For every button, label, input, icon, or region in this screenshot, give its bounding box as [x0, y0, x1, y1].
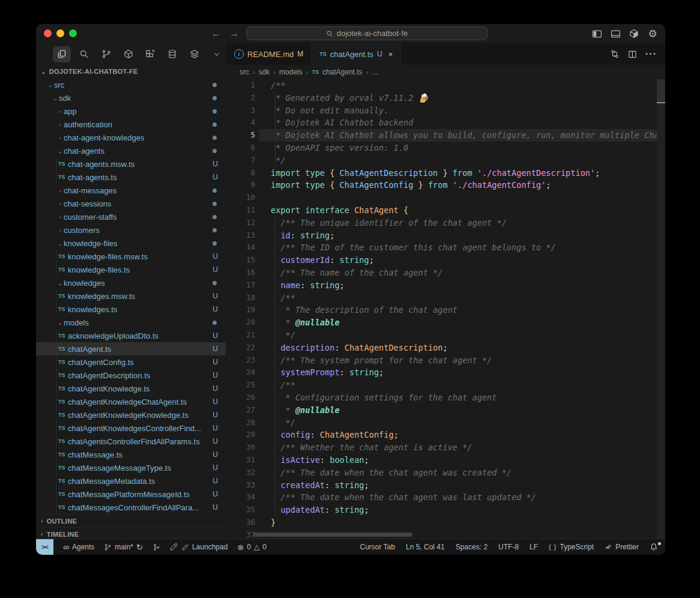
code-line-26[interactable]: 26 * Configuration settings for the chat… — [226, 391, 665, 404]
code-line-33[interactable]: 33 createdAt: string; — [226, 479, 665, 492]
tree-item-knowledges[interactable]: ⌄knowledges — [36, 276, 226, 289]
tree-item-src[interactable]: ⌄src — [36, 78, 226, 91]
maximize-window-button[interactable] — [69, 29, 77, 37]
tree-item-customer-staffs[interactable]: ›customer-staffs — [36, 210, 226, 223]
code-line-8[interactable]: 8import type { ChatAgentDescription } fr… — [226, 167, 665, 180]
tree-item-app[interactable]: ›app — [36, 104, 226, 118]
code-line-36[interactable]: 36} — [226, 516, 665, 529]
notifications-status-item[interactable] — [645, 543, 660, 551]
tree-item-knowledge-files.ts[interactable]: TSknowledge-files.tsU — [36, 263, 226, 276]
breadcrumb-item[interactable]: src — [240, 68, 249, 76]
source-control-icon[interactable] — [97, 46, 115, 62]
breadcrumb-item[interactable]: ... — [372, 68, 378, 76]
tree-item-chatAgentConfig.ts[interactable]: TSchatAgentConfig.tsU — [36, 355, 226, 369]
code-line-14[interactable]: 14 /** The ID of the customer this chat … — [226, 241, 665, 254]
tree-item-chatAgentKnowledgeKnowledge.ts[interactable]: TSchatAgentKnowledgeKnowledge.tsU — [36, 408, 226, 421]
command-center-search[interactable]: dojotek-ai-chatbot-fe — [246, 26, 487, 40]
tree-item-authentication[interactable]: ›authentication — [36, 118, 226, 131]
tree-item-chat-agent-knowledges[interactable]: ›chat-agent-knowledges — [36, 131, 226, 144]
search-icon[interactable] — [75, 46, 93, 62]
code-line-23[interactable]: 23 /** The system prompt for the chat ag… — [226, 354, 665, 367]
tree-item-chatMessage.ts[interactable]: TSchatMessage.tsU — [36, 448, 226, 461]
tree-item-chat-messages[interactable]: ›chat-messages — [36, 184, 226, 197]
extensions-icon[interactable] — [142, 46, 160, 62]
breadcrumb-item[interactable]: sdk — [259, 68, 270, 76]
code-line-15[interactable]: 15 customerId: string; — [226, 254, 665, 267]
code-line-6[interactable]: 6 * OpenAPI spec version: 1.0 — [226, 142, 665, 154]
open-changes-icon[interactable] — [610, 49, 620, 59]
code-line-17[interactable]: 17 name: string; — [226, 279, 665, 292]
formatter-status-item[interactable]: ✓✓ Prettier — [600, 543, 643, 551]
tree-item-acknowledgeUploadDto.ts[interactable]: TSacknowledgeUploadDto.tsU — [36, 329, 226, 342]
tree-item-knowledge-files.msw.ts[interactable]: TSknowledge-files.msw.tsU — [36, 250, 226, 263]
breadcrumb-item[interactable]: models — [279, 68, 303, 76]
panel-left-icon[interactable] — [590, 27, 603, 40]
code-line-10[interactable]: 10 — [226, 192, 665, 204]
code-line-19[interactable]: 19 * The description of the chat agent — [226, 304, 665, 316]
tree-item-chatAgent.ts[interactable]: TSchatAgent.tsU — [36, 342, 226, 355]
tree-item-knowledges.ts[interactable]: TSknowledges.tsU — [36, 303, 226, 316]
code-line-3[interactable]: 3 * Do not edit manually. — [226, 104, 665, 117]
vertical-scrollbar[interactable] — [657, 79, 665, 539]
indentation-status-item[interactable]: Spaces: 2 — [451, 543, 492, 551]
cube-icon[interactable] — [627, 27, 641, 40]
tab-chatagent[interactable]: TS chatAgent.ts U × — [312, 43, 401, 65]
cube-icon[interactable] — [119, 46, 137, 62]
code-line-28[interactable]: 28 */ — [226, 417, 665, 429]
tree-item-chatAgentKnowledgeChatAgent.ts[interactable]: TSchatAgentKnowledgeChatAgent.tsU — [36, 395, 226, 408]
code-line-24[interactable]: 24 systemPrompt: string; — [226, 366, 665, 379]
close-icon[interactable]: × — [388, 50, 393, 59]
tree-item-chatMessageMessageType.ts[interactable]: TSchatMessageMessageType.tsU — [36, 461, 226, 474]
scrollbar-thumb[interactable] — [657, 79, 665, 102]
code-line-1[interactable]: 1/** — [226, 79, 665, 92]
tree-item-chatMessagePlatformMessageId.ts[interactable]: TSchatMessagePlatformMessageId.tsU — [36, 488, 226, 501]
timeline-section-header[interactable]: › TIMELINE — [36, 527, 226, 539]
tree-item-chat-agents.msw.ts[interactable]: TSchat-agents.msw.tsU — [36, 157, 226, 171]
code-line-20[interactable]: 20 * @nullable — [226, 316, 665, 329]
tree-item-chatMessageMetadata.ts[interactable]: TSchatMessageMetadata.tsU — [36, 474, 226, 488]
code-line-12[interactable]: 12 /** The unique identifier of the chat… — [226, 217, 665, 229]
code-line-5[interactable]: 5 * Dojotek AI Chatbot allows you to bui… — [226, 129, 665, 142]
tree-item-chat-agents[interactable]: ⌄chat-agents — [36, 144, 226, 157]
back-arrow-icon[interactable]: ← — [211, 28, 221, 39]
tree-item-knowledge-files[interactable]: ⌄knowledge-files — [36, 237, 226, 250]
tree-item-chatAgentKnowledge.ts[interactable]: TSchatAgentKnowledge.tsU — [36, 382, 226, 395]
code-line-35[interactable]: 35 updatedAt: string; — [226, 504, 665, 516]
tree-item-chatAgentKnowledgesControllerFind...[interactable]: TSchatAgentKnowledgesControllerFind...U — [36, 421, 226, 435]
code-line-21[interactable]: 21 */ — [226, 329, 665, 342]
tab-readme[interactable]: i README.md M — [226, 43, 312, 65]
panel-bottom-icon[interactable] — [609, 27, 622, 40]
gear-icon[interactable]: ⚙ — [646, 27, 659, 40]
tree-item-chatAgentDescription.ts[interactable]: TSchatAgentDescription.tsU — [36, 369, 226, 382]
code-line-25[interactable]: 25 /** — [226, 379, 665, 391]
outline-section-header[interactable]: › OUTLINE — [36, 514, 226, 527]
breadcrumb-item[interactable]: chatAgent.ts — [322, 68, 363, 76]
chevron-down-icon[interactable] — [208, 46, 226, 62]
branch-status-item[interactable]: main* ↻ — [99, 543, 148, 552]
git-merge-status-item[interactable] — [148, 543, 165, 551]
code-line-13[interactable]: 13 id: string; — [226, 229, 665, 242]
database-icon[interactable] — [163, 46, 181, 62]
layers-icon[interactable] — [186, 46, 204, 62]
code-line-18[interactable]: 18 /** — [226, 292, 665, 304]
code-line-16[interactable]: 16 /** The name of the chat agent */ — [226, 267, 665, 279]
code-line-9[interactable]: 9import type { ChatAgentConfig } from '.… — [226, 179, 665, 192]
explorer-icon[interactable] — [53, 46, 71, 62]
cursor-tab-status-item[interactable]: Cursor Tab — [355, 543, 399, 551]
workspace-section-header[interactable]: ⌄ DOJOTEK-AI-CHATBOT-FE — [36, 65, 226, 78]
tree-item-chat-sessions[interactable]: ›chat-sessions — [36, 197, 226, 210]
tree-item-customers[interactable]: ›customers — [36, 223, 226, 237]
code-line-7[interactable]: 7 */ — [226, 154, 665, 167]
code-line-29[interactable]: 29 config: ChatAgentConfig; — [226, 429, 665, 441]
code-line-34[interactable]: 34 /** The date when the chat agent was … — [226, 491, 665, 504]
code-line-31[interactable]: 31 isActive: boolean; — [226, 454, 665, 467]
more-actions-icon[interactable]: ··· — [645, 49, 657, 59]
language-status-item[interactable]: { } TypeScript — [545, 543, 598, 551]
code-editor[interactable]: 1/**2 * Generated by orval v7.11.2 🍺3 * … — [226, 79, 665, 539]
encoding-status-item[interactable]: UTF-8 — [494, 543, 523, 551]
problems-status-item[interactable]: ⊗ 0 △ 0 — [232, 543, 271, 552]
tree-item-chatMessagesControllerFindAllPara...[interactable]: TSchatMessagesControllerFindAllPara...U — [36, 501, 226, 514]
code-line-30[interactable]: 30 /** Whether the chat agent is active … — [226, 441, 665, 454]
code-line-4[interactable]: 4 * Dojotek AI Chatbot backend — [226, 116, 665, 129]
code-line-27[interactable]: 27 * @nullable — [226, 404, 665, 417]
